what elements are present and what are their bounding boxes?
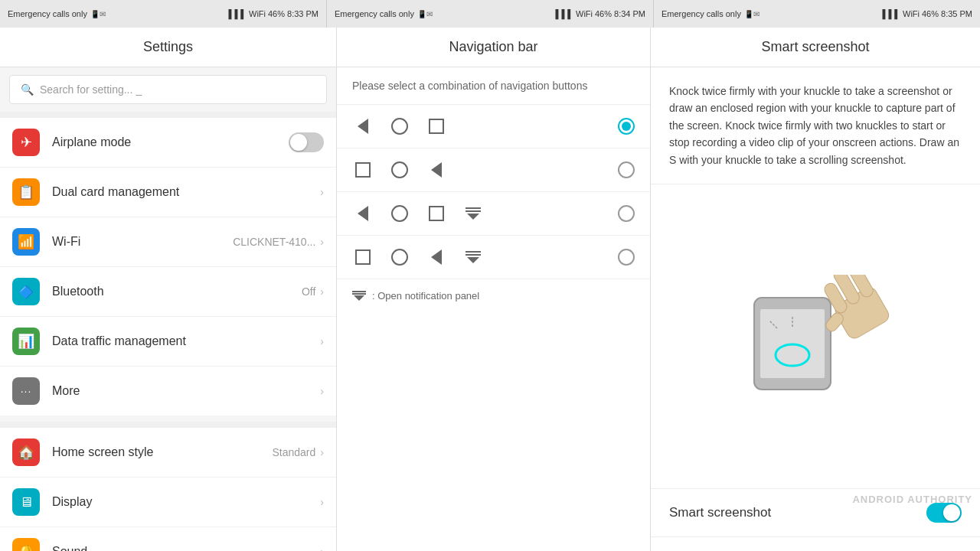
carrier-2: Emergency calls only (335, 9, 414, 18)
status-bar-2: Emergency calls only 📱✉ ▌▌▌ WiFi 46% 8:3… (327, 0, 654, 28)
carrier-3: Emergency calls only (662, 9, 741, 18)
bluetooth-arrow: › (320, 285, 324, 298)
setting-item-display[interactable]: 🖥 Display › (0, 478, 336, 527)
nav-option-row-4[interactable] (337, 236, 650, 279)
settings-group-1: ✈ Airplane mode 📋 Dual card management › (0, 118, 336, 416)
time-1: 8:33 PM (287, 9, 318, 18)
wifi-2: WiFi (576, 9, 593, 18)
settings-title: Settings (143, 39, 193, 55)
navigation-hint: Please select a combination of navigatio… (337, 67, 650, 105)
time-3: 8:35 PM (941, 9, 972, 18)
nav-radio-2[interactable] (618, 161, 635, 178)
dropdown-icon-3 (466, 207, 481, 220)
battery-3: 46% (922, 9, 939, 18)
wifi-3: WiFi (903, 9, 920, 18)
setting-item-home-screen[interactable]: 🏠 Home screen style Standard › (0, 428, 336, 478)
wifi-icon: 📶 (12, 228, 40, 256)
navigation-options: : Open notification panel (337, 105, 650, 551)
nav-btn-dropdown-4 (462, 246, 484, 268)
data-traffic-icon: 📊 (12, 328, 40, 355)
notification-icons-1: 📱✉ (90, 10, 106, 18)
display-icon: 🖥 (12, 488, 40, 516)
signal-3: ▌▌▌ (883, 9, 900, 18)
bluetooth-label: Bluetooth (52, 285, 302, 298)
settings-divider-top (0, 112, 336, 118)
search-bar[interactable]: 🔍 Search for setting... _ (9, 75, 327, 104)
navigation-title: Navigation bar (449, 39, 537, 55)
nav-btn-square-2 (352, 159, 374, 181)
setting-item-sound[interactable]: 🔔 Sound › (0, 527, 336, 551)
settings-divider-mid (0, 422, 336, 428)
search-placeholder: Search for setting... (40, 83, 132, 96)
home-icon-3 (391, 205, 408, 222)
notification-icons-2: 📱✉ (417, 10, 433, 18)
sound-icon: 🔔 (12, 538, 40, 551)
nav-radio-4[interactable] (618, 249, 635, 266)
dual-card-arrow: › (320, 186, 324, 198)
wifi-value: CLICKNET-410... (233, 236, 315, 248)
home-screen-icon: 🏠 (12, 439, 40, 466)
signal-2: ▌▌▌ (556, 9, 573, 18)
airplane-toggle[interactable] (289, 132, 324, 152)
nav-btn-square-4 (352, 246, 374, 268)
nav-option-row-1[interactable] (337, 105, 650, 148)
wifi-1: WiFi (249, 9, 266, 18)
nav-buttons-4 (352, 246, 618, 268)
watermark: ANDROID AUTHORITY (852, 494, 972, 505)
navigation-header: Navigation bar (337, 28, 650, 67)
back-icon-3 (358, 206, 368, 221)
sound-arrow: › (320, 546, 324, 551)
main-content: Settings 🔍 Search for setting... _ ✈ Air… (0, 28, 980, 551)
nav-btn-back-3 (352, 203, 374, 224)
display-label: Display (52, 495, 320, 509)
setting-item-bluetooth[interactable]: 🔷 Bluetooth Off › (0, 267, 336, 317)
notification-icons-3: 📱✉ (744, 10, 760, 18)
dropdown-icon-4 (466, 251, 481, 263)
more-arrow: › (320, 385, 324, 397)
bluetooth-icon: 🔷 (12, 278, 40, 305)
navigation-panel: Navigation bar Please select a combinati… (337, 28, 651, 551)
square-icon-3 (429, 206, 444, 221)
setting-item-more[interactable]: ··· More › (0, 367, 336, 416)
nav-btn-back-4 (426, 246, 447, 268)
setting-item-wifi[interactable]: 📶 Wi-Fi CLICKNET-410... › (0, 217, 336, 267)
smart-screenshot-label: Smart screenshot (669, 505, 771, 520)
smart-screenshot-description: Knock twice firmly with your knuckle to … (651, 67, 980, 184)
status-bar-3: Emergency calls only 📱✉ ▌▌▌ WiFi 46% 8:3… (654, 0, 980, 28)
nav-option-row-2[interactable] (337, 148, 650, 192)
square-icon-2 (355, 162, 371, 178)
sound-label: Sound (52, 545, 320, 551)
setting-item-dual-card[interactable]: 📋 Dual card management › (0, 168, 336, 217)
more-label: More (52, 384, 320, 398)
airplane-icon: ✈ (12, 129, 40, 156)
display-arrow: › (320, 496, 324, 508)
signal-1: ▌▌▌ (229, 9, 247, 18)
nav-option-row-3[interactable] (337, 192, 650, 236)
nav-legend: : Open notification panel (337, 279, 650, 312)
smart-screenshot-header: Smart screenshot (651, 28, 980, 67)
smart-screenshot-toggle[interactable] (926, 503, 962, 523)
nav-buttons-3 (352, 203, 618, 224)
about-row[interactable]: About › (651, 537, 980, 551)
data-traffic-arrow: › (320, 335, 324, 347)
time-2: 8:34 PM (614, 9, 645, 18)
nav-btn-home-2 (389, 159, 410, 181)
nav-radio-3[interactable] (618, 205, 635, 222)
nav-radio-1[interactable] (618, 118, 635, 135)
nav-btn-back-2 (426, 159, 447, 181)
legend-dropdown-icon (352, 291, 366, 301)
smart-screenshot-panel: Smart screenshot Knock twice firmly with… (651, 28, 980, 551)
setting-item-airplane[interactable]: ✈ Airplane mode (0, 118, 336, 168)
status-bar-1: Emergency calls only 📱✉ ▌▌▌ WiFi 46% 8:3… (0, 0, 327, 28)
wifi-arrow: › (320, 236, 324, 248)
cursor-indicator: _ (136, 83, 142, 96)
data-traffic-label: Data traffic management (52, 334, 320, 348)
setting-item-data-traffic[interactable]: 📊 Data traffic management › (0, 317, 336, 367)
nav-btn-home-3 (389, 203, 410, 224)
settings-panel: Settings 🔍 Search for setting... _ ✈ Air… (0, 28, 337, 551)
smart-screenshot-title: Smart screenshot (761, 39, 869, 55)
airplane-label: Airplane mode (52, 135, 289, 149)
square-icon-1 (429, 119, 444, 134)
dual-card-label: Dual card management (52, 185, 320, 199)
wifi-label: Wi-Fi (52, 235, 233, 249)
